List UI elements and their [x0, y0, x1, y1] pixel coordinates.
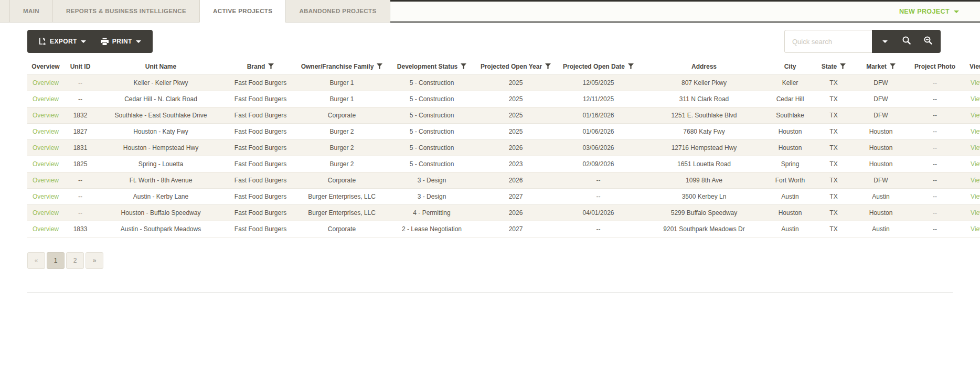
cell-projected-open-date: 12/11/2025: [556, 91, 641, 107]
column-header-unit-name[interactable]: Unit Name: [97, 58, 225, 75]
view-details-link[interactable]: View Details: [971, 193, 980, 200]
overview-link[interactable]: Overview: [33, 225, 59, 233]
view-details-link[interactable]: View Details: [971, 95, 980, 103]
column-header-projected-open-year[interactable]: Projected Open Year: [476, 58, 556, 75]
chevron-down-icon: [954, 10, 959, 13]
overview-link[interactable]: Overview: [33, 144, 59, 151]
column-label: Address: [691, 63, 717, 70]
search-options-dropdown-button[interactable]: [874, 30, 896, 53]
column-label: Unit ID: [70, 63, 91, 70]
column-header-view-details[interactable]: View Details: [962, 58, 980, 75]
tab-main[interactable]: MAIN: [9, 0, 52, 23]
cell-project-photo: --: [908, 221, 962, 237]
tab-reports-business-intelligence[interactable]: REPORTS & BUSINESS INTELLIGENCE: [52, 0, 199, 23]
column-header-address[interactable]: Address: [641, 58, 767, 75]
cell-market: DFW: [854, 75, 908, 91]
column-header-unit-id[interactable]: Unit ID: [64, 58, 97, 75]
cell-city: Southlake: [767, 107, 813, 124]
overview-link[interactable]: Overview: [33, 112, 59, 119]
cell-projected-open-date: 12/05/2025: [556, 75, 641, 91]
table-row: Overview--Ft. Worth - 8th AvenueFast Foo…: [27, 172, 980, 189]
table-row: Overview1833Austin - Southpark MeadowsFa…: [27, 221, 980, 237]
cell-brand: Fast Food Burgers: [225, 91, 296, 107]
export-icon: [39, 38, 46, 45]
column-header-overview[interactable]: Overview: [27, 58, 64, 75]
column-header-brand[interactable]: Brand: [225, 58, 296, 75]
cell-development-status: 4 - Permitting: [388, 205, 476, 221]
cell-state: TX: [813, 91, 854, 107]
cell-address: 311 N Clark Road: [641, 91, 767, 107]
column-header-market[interactable]: Market: [854, 58, 908, 75]
column-label: Projected Open Year: [481, 63, 542, 70]
cell-market: DFW: [854, 91, 908, 107]
view-details-link[interactable]: View Details: [971, 79, 980, 86]
column-header-state[interactable]: State: [813, 58, 854, 75]
view-details-link[interactable]: View Details: [971, 144, 980, 151]
cell-unit-id: 1827: [64, 124, 97, 140]
cell-projected-open-date: 03/06/2026: [556, 140, 641, 156]
search-input[interactable]: [784, 30, 872, 53]
table-row: Overview1831Houston - Hempstead HwyFast …: [27, 140, 980, 156]
cell-projected-open-year: 2025: [476, 107, 556, 124]
overview-link[interactable]: Overview: [33, 79, 59, 86]
view-details-link[interactable]: View Details: [971, 128, 980, 135]
cell-projected-open-date: 02/09/2026: [556, 156, 641, 172]
cell-state: TX: [813, 124, 854, 140]
column-header-project-photo[interactable]: Project Photo: [908, 58, 962, 75]
overview-link[interactable]: Overview: [33, 128, 59, 135]
cell-development-status: 5 - Construction: [388, 107, 476, 124]
cell-development-status: 5 - Construction: [388, 140, 476, 156]
cell-brand: Fast Food Burgers: [225, 221, 296, 237]
column-header-development-status[interactable]: Development Status: [388, 58, 476, 75]
search-button[interactable]: [896, 30, 917, 53]
cell-market: Houston: [854, 140, 908, 156]
cell-address: 3500 Kerbey Ln: [641, 189, 767, 205]
overview-link[interactable]: Overview: [33, 95, 59, 103]
cell-development-status: 2 - Lease Negotiation: [388, 221, 476, 237]
filter-icon[interactable]: [625, 63, 634, 70]
top-tab-bar: MAINREPORTS & BUSINESS INTELLIGENCEACTIV…: [0, 0, 980, 23]
view-details-link[interactable]: View Details: [971, 112, 980, 119]
filter-icon[interactable]: [374, 63, 382, 70]
overview-link[interactable]: Overview: [33, 209, 59, 216]
filter-icon[interactable]: [837, 63, 846, 70]
filter-icon[interactable]: [457, 63, 466, 70]
filter-icon[interactable]: [542, 63, 551, 70]
new-project-button[interactable]: NEW PROJECT: [899, 8, 959, 15]
view-details-link[interactable]: View Details: [971, 209, 980, 216]
cell-unit-name: Austin - Southpark Meadows: [97, 221, 225, 237]
export-button[interactable]: EXPORT: [31, 30, 93, 53]
column-label: Unit Name: [145, 63, 176, 70]
clear-search-button[interactable]: [917, 30, 939, 53]
view-details-link[interactable]: View Details: [971, 160, 980, 168]
print-icon: [101, 38, 109, 45]
tab-abandoned-projects[interactable]: ABANDONED PROJECTS: [285, 0, 390, 23]
tab-active-projects[interactable]: ACTIVE PROJECTS: [199, 0, 285, 23]
cell-project-photo: --: [908, 189, 962, 205]
filter-icon[interactable]: [265, 63, 274, 70]
column-header-projected-open-date[interactable]: Projected Open Date: [556, 58, 641, 75]
column-header-owner-franchise-family[interactable]: Owner/Franchise Family: [296, 58, 388, 75]
column-header-city[interactable]: City: [767, 58, 813, 75]
cell-development-status: 3 - Design: [388, 172, 476, 189]
topbar-right: NEW PROJECT: [390, 0, 980, 23]
search-minus-icon: [924, 36, 932, 47]
cell-overview: Overview: [27, 91, 64, 107]
view-details-link[interactable]: View Details: [971, 177, 980, 184]
overview-link[interactable]: Overview: [33, 160, 59, 168]
cell-brand: Fast Food Burgers: [225, 124, 296, 140]
page-button-next[interactable]: »: [86, 252, 103, 269]
view-details-link[interactable]: View Details: [971, 225, 980, 233]
page-button-prev[interactable]: «: [27, 252, 45, 269]
cell-owner-franchise-family: Corporate: [296, 107, 388, 124]
cell-projected-open-date: 04/01/2026: [556, 205, 641, 221]
print-button[interactable]: PRINT: [93, 30, 148, 53]
page-button-2[interactable]: 2: [66, 252, 84, 269]
page-button-1[interactable]: 1: [47, 252, 65, 269]
column-label: Market: [866, 63, 887, 70]
overview-link[interactable]: Overview: [33, 193, 59, 200]
cell-unit-id: 1832: [64, 107, 97, 124]
overview-link[interactable]: Overview: [33, 177, 59, 184]
cell-city: Austin: [767, 221, 813, 237]
filter-icon[interactable]: [887, 63, 896, 70]
